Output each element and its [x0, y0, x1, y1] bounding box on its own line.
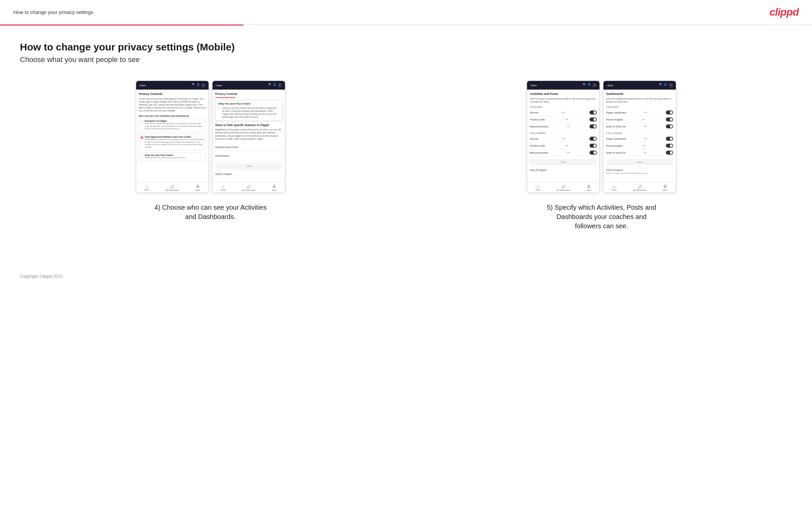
option-followers[interactable]: Only Approved Followers and Your Coach O…: [139, 134, 206, 150]
practice-drills-coaches-toggle[interactable]: [590, 117, 597, 121]
save-button-2[interactable]: Save: [215, 163, 282, 169]
back-button-3[interactable]: ‹ Back: [530, 84, 537, 87]
manual-activities-coaches-label: Manual Activities: [530, 125, 548, 128]
settings-icon[interactable]: ☰: [201, 83, 206, 88]
manual-activities-followers-row: Manual Activities ON: [530, 149, 597, 156]
followers-label-3: FOLLOWERS: [530, 132, 597, 134]
nav-menu-2[interactable]: ☰ Menu: [272, 184, 276, 191]
nav-home-4[interactable]: ⌂ Home: [612, 184, 617, 191]
what-to-work-on-coaches-label: What To Work On: [606, 125, 626, 128]
search-icon[interactable]: 🔍: [192, 83, 195, 88]
nav-performance-2[interactable]: 📈 My Performance: [242, 184, 255, 191]
top-bar: How to change your privacy settings clip…: [0, 0, 812, 25]
dropdown-title: Only You and Your Coach: [218, 102, 279, 105]
settings-icon-3[interactable]: ☰: [592, 83, 597, 88]
settings-icon-2[interactable]: ☰: [277, 83, 282, 88]
back-button-4[interactable]: ‹ Back: [606, 84, 613, 87]
dashboards-label: Dashboards: [215, 154, 230, 157]
profile-icon-4[interactable]: 👤: [664, 83, 667, 88]
privacy-controls-tab[interactable]: Privacy Controls: [215, 92, 238, 97]
manual-activities-coaches-toggle[interactable]: [590, 124, 597, 128]
practice-drills-followers-toggle[interactable]: [590, 144, 597, 148]
option-everyone[interactable]: Everyone on Clippd Everyone on Clippd ca…: [139, 118, 206, 132]
manual-activities-coaches-row: Manual Activities ON: [530, 123, 597, 130]
search-icon-2[interactable]: 🔍: [268, 83, 271, 88]
dropdown-radio: Only you and the coaches you connect wit…: [218, 107, 279, 118]
logo: clippd: [769, 6, 799, 18]
nav-home-1[interactable]: ⌂ Home: [145, 184, 149, 191]
privacy-controls-title: Privacy Controls: [139, 92, 206, 96]
player-dashboard-coaches-toggle[interactable]: [666, 111, 673, 114]
header-icons-3: 🔍 👤 ☰: [583, 83, 597, 88]
nav-menu-4[interactable]: ☰ Menu: [663, 184, 668, 191]
option-followers-text: Only Approved Followers and Your Coach O…: [145, 136, 204, 149]
option-coach-only-text: Only You and Your Coach Only you and the…: [145, 154, 185, 159]
practice-drills-coaches-row: Practice Drills ON: [530, 116, 597, 123]
search-icon-4[interactable]: 🔍: [659, 83, 662, 88]
menu-icon-2: ☰: [273, 184, 276, 189]
option-coach-only[interactable]: Only You and Your Coach Only you and the…: [139, 152, 206, 161]
header-icons-2: 🔍 👤 ☰: [268, 83, 282, 88]
copyright: Copyright Clippd 2022: [20, 274, 63, 279]
activities-posts-row[interactable]: Activities and Posts ›: [215, 143, 282, 152]
dropdown-radio-circle[interactable]: [218, 107, 221, 110]
save-button-4[interactable]: Save: [606, 159, 673, 165]
practice-drills-coaches-label: Practice Drills: [530, 118, 545, 121]
rounds-followers-label: Rounds: [530, 137, 538, 140]
performance-icon-3: 📈: [561, 184, 566, 189]
profile-icon-2[interactable]: 👤: [273, 83, 276, 88]
rounds-coaches-toggle[interactable]: [590, 111, 597, 114]
rounds-coaches-label: Rounds: [530, 111, 538, 114]
activities-posts-desc: Select the types of activity that you'd …: [530, 97, 597, 103]
phone-2-nav: ⌂ Home 📈 My Performance ☰ Menu: [212, 182, 285, 192]
phone-2: ‹ Back 🔍 👤 ☰ Privacy Controls Only You a…: [212, 80, 285, 193]
nav-menu-3[interactable]: ☰ Menu: [587, 184, 592, 191]
radio-everyone[interactable]: [141, 120, 144, 123]
caption-4: 4) Choose who can see your Activities an…: [154, 203, 267, 221]
player-dashboard-followers-toggle[interactable]: [666, 137, 673, 141]
nav-performance-1[interactable]: 📈 My Performance: [166, 184, 179, 191]
screenshots-row: ‹ Back 🔍 👤 ☰ Privacy Controls Control ho…: [20, 80, 792, 231]
nav-home-2[interactable]: ⌂ Home: [221, 184, 226, 191]
phone-3-header: ‹ Back 🔍 👤 ☰: [527, 81, 600, 90]
who-can-see-label: Who Can See Your Activities and Dashboar…: [139, 115, 206, 117]
player-dashboard-coaches-row: Player Dashboard ON: [606, 109, 673, 116]
round-insights-coaches-label: Round Insights: [606, 118, 623, 121]
radio-followers[interactable]: [141, 136, 144, 139]
manual-activities-followers-toggle[interactable]: [590, 151, 597, 155]
rounds-coaches-row: Rounds ON: [530, 109, 597, 116]
caption-5: 5) Specify which Activities, Posts and D…: [545, 203, 658, 231]
search-icon-3[interactable]: 🔍: [583, 83, 586, 88]
rounds-followers-toggle[interactable]: [590, 137, 597, 141]
what-to-work-on-followers-toggle[interactable]: [666, 151, 673, 155]
manual-activities-followers-label: Manual Activities: [530, 151, 548, 154]
menu-icon-4: ☰: [664, 184, 667, 189]
nav-performance-3[interactable]: 📈 My Performance: [557, 184, 570, 191]
player-dashboard-followers-label: Player Dashboard: [606, 137, 626, 140]
nav-menu-1[interactable]: ☰ Menu: [196, 184, 200, 191]
what-to-work-on-coaches-toggle[interactable]: [666, 124, 673, 128]
player-dashboard-coaches-label: Player Dashboard: [606, 111, 626, 114]
settings-icon-4[interactable]: ☰: [668, 83, 673, 88]
nav-performance-4[interactable]: 📈 My Performance: [633, 184, 647, 191]
nav-home-3[interactable]: ⌂ Home: [536, 184, 540, 191]
option-everyone-text: Everyone on Clippd Everyone on Clippd ca…: [145, 120, 204, 130]
dashboards-row[interactable]: Dashboards ›: [215, 152, 282, 160]
activities-posts-label: Activities and Posts: [215, 146, 238, 149]
phone-1: ‹ Back 🔍 👤 ☰ Privacy Controls Control ho…: [136, 80, 209, 193]
help-section-4: Help & Support Visit our Clippd communit…: [606, 167, 673, 174]
radio-coach-only[interactable]: [141, 154, 144, 157]
profile-icon[interactable]: 👤: [197, 83, 200, 88]
back-button-1[interactable]: ‹ Back: [139, 84, 146, 87]
top-bar-title: How to change your privacy settings: [13, 9, 93, 15]
round-insights-followers-toggle[interactable]: [666, 144, 673, 148]
profile-icon-3[interactable]: 👤: [588, 83, 591, 88]
dropdown-box: Only You and Your Coach Only you and the…: [215, 100, 282, 121]
back-button-2[interactable]: ‹ Back: [215, 84, 222, 87]
what-to-work-on-followers-label: What To Work On: [606, 151, 626, 154]
round-insights-coaches-toggle[interactable]: [666, 117, 673, 121]
round-insights-coaches-row: Round Insights ON: [606, 116, 673, 123]
menu-icon: ☰: [196, 184, 200, 189]
save-button-3[interactable]: Save: [530, 159, 597, 165]
header-icons-4: 🔍 👤 ☰: [659, 83, 673, 88]
